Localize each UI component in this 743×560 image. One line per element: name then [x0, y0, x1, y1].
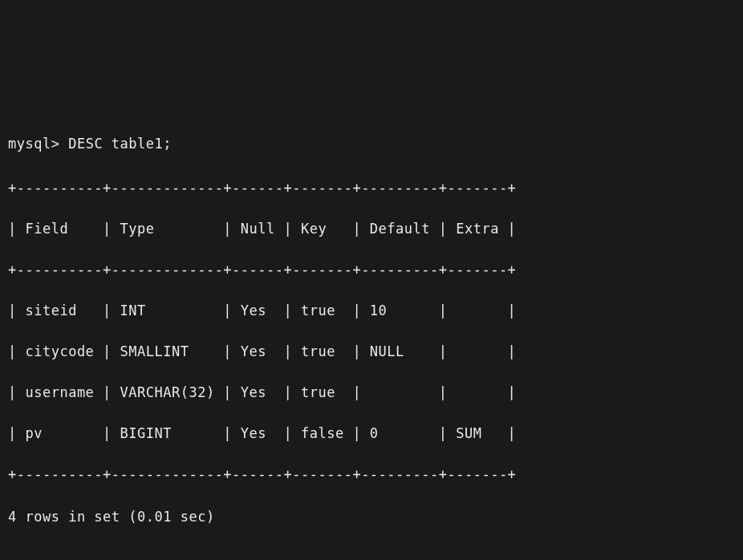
table-border-bottom: +----------+-------------+------+-------…	[8, 465, 735, 485]
mysql-terminal-output: mysql> DESC table1; +----------+--------…	[8, 93, 735, 560]
command-text: DESC table1;	[68, 136, 172, 152]
query-block-1: mysql> DESC table1; +----------+--------…	[8, 114, 735, 561]
table-border-mid: +----------+-------------+------+-------…	[8, 260, 735, 281]
table-header-row: | Field | Type | Null | Key | Default | …	[8, 219, 735, 240]
table-row: | username | VARCHAR(32) | Yes | true | …	[8, 383, 735, 404]
table-row: | pv | BIGINT | Yes | false | 0 | SUM |	[8, 424, 735, 444]
table-row: | citycode | SMALLINT | Yes | true | NUL…	[8, 342, 735, 363]
prompt-line-1: mysql> DESC table1;	[8, 134, 735, 155]
table-border-top: +----------+-------------+------+-------…	[8, 178, 735, 199]
query-status: 4 rows in set (0.01 sec)	[8, 507, 735, 528]
table-row: | siteid | INT | Yes | true | 10 | |	[8, 301, 735, 322]
mysql-prompt: mysql>	[8, 136, 59, 152]
